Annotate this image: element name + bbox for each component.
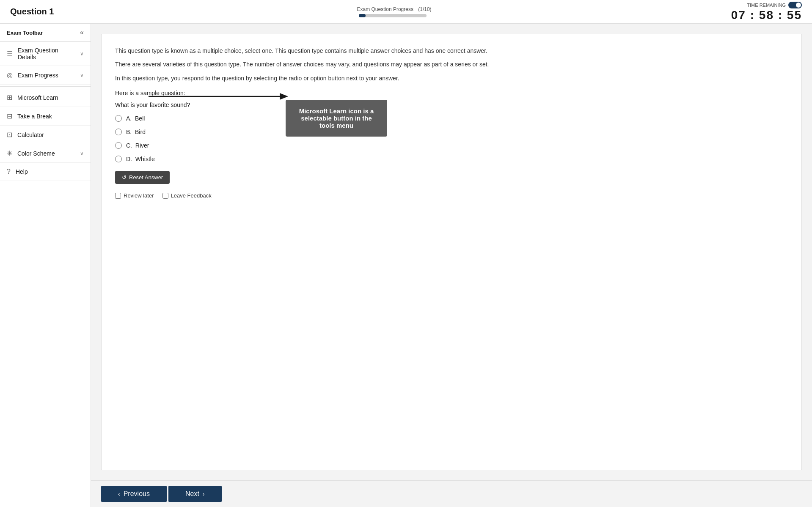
time-label: TIME REMAINING [747, 2, 802, 8]
sidebar-title: Exam Toolbar [7, 30, 43, 36]
description-3: In this question type, you respond to th… [115, 74, 788, 83]
content-wrapper: Microsoft Learn icon is a selectable but… [91, 24, 812, 507]
sidebar-item-label: Take a Break [17, 113, 52, 120]
take-a-break-icon: ⊟ [7, 112, 12, 120]
sidebar-item-label: Color Scheme [17, 150, 55, 157]
microsoft-learn-icon: ⊞ [7, 93, 12, 101]
progress-fill [359, 14, 366, 17]
radio-d[interactable] [115, 156, 122, 162]
main-layout: Exam Toolbar « ☰ Exam Question Details ∨… [0, 24, 812, 507]
sidebar-item-label: Exam Question Details [18, 47, 75, 60]
sidebar-header: Exam Toolbar « [0, 24, 91, 42]
sidebar-item-label: Help [16, 168, 28, 175]
option-b[interactable]: B. Bird [115, 129, 788, 135]
option-c-label: C. River [126, 142, 149, 149]
time-toggle[interactable] [788, 2, 802, 8]
leave-feedback-checkbox[interactable]: Leave Feedback [162, 192, 212, 199]
radio-c[interactable] [115, 142, 122, 149]
previous-button[interactable]: ‹ Previous [101, 486, 167, 502]
progress-track [359, 14, 427, 17]
bottom-nav: ‹ Previous Next › [91, 480, 812, 507]
right-arrow-icon: › [203, 491, 205, 497]
sidebar-item-microsoft-learn[interactable]: ⊞ Microsoft Learn [0, 88, 91, 107]
calculator-icon: ⊡ [7, 131, 12, 139]
sidebar-item-exam-question-details[interactable]: ☰ Exam Question Details ∨ [0, 42, 91, 66]
top-bar-right: TIME REMAINING 07 : 58 : 55 [731, 2, 802, 22]
option-c[interactable]: C. River [115, 142, 788, 149]
tooltip-arrow [149, 88, 288, 105]
exam-question-details-icon: ☰ [7, 50, 13, 58]
description-1: This question type is known as a multipl… [115, 46, 788, 55]
sidebar: Exam Toolbar « ☰ Exam Question Details ∨… [0, 24, 91, 507]
top-bar: Question 1 Exam Question Progress (1/10)… [0, 0, 812, 24]
leave-feedback-input[interactable] [162, 193, 168, 199]
review-later-checkbox[interactable]: Review later [115, 192, 154, 199]
option-a-label: A. Bell [126, 115, 145, 122]
question-title: Question 1 [10, 7, 54, 16]
reset-answer-button[interactable]: ↺ Reset Answer [115, 171, 170, 184]
option-b-label: B. Bird [126, 129, 146, 135]
options-list: A. Bell B. Bird C. River D. Whistle [115, 115, 788, 162]
description-2: There are several varieties of this ques… [115, 60, 788, 69]
sidebar-item-help[interactable]: ? Help [0, 163, 91, 181]
sidebar-collapse-button[interactable]: « [80, 29, 84, 36]
progress-label: Exam Question Progress (1/10) [354, 6, 432, 12]
sidebar-item-color-scheme[interactable]: ✳ Color Scheme ∨ [0, 144, 91, 163]
chevron-down-icon: ∨ [80, 51, 84, 57]
sidebar-item-take-a-break[interactable]: ⊟ Take a Break [0, 107, 91, 126]
left-arrow-icon: ‹ [118, 491, 120, 497]
sidebar-divider [0, 86, 91, 87]
next-button[interactable]: Next › [168, 486, 222, 502]
sidebar-item-label: Calculator [17, 132, 44, 138]
review-later-input[interactable] [115, 193, 121, 199]
sidebar-item-exam-progress[interactable]: ◎ Exam Progress ∨ [0, 66, 91, 85]
color-scheme-icon: ✳ [7, 149, 12, 157]
help-icon: ? [7, 168, 11, 175]
tooltip-box: Microsoft Learn icon is a selectable but… [286, 100, 387, 137]
top-bar-left: Question 1 [10, 7, 54, 16]
top-bar-center: Exam Question Progress (1/10) [354, 6, 432, 17]
exam-progress-icon: ◎ [7, 71, 13, 79]
chevron-down-icon: ∨ [80, 72, 84, 78]
sidebar-item-calculator[interactable]: ⊡ Calculator [0, 126, 91, 144]
option-d[interactable]: D. Whistle [115, 156, 788, 162]
reset-icon: ↺ [122, 174, 127, 181]
option-a[interactable]: A. Bell [115, 115, 788, 122]
radio-a[interactable] [115, 115, 122, 122]
svg-marker-1 [280, 93, 288, 100]
option-d-label: D. Whistle [126, 156, 155, 162]
chevron-down-icon: ∨ [80, 151, 84, 156]
leave-feedback-label: Leave Feedback [171, 192, 212, 199]
sidebar-item-label: Exam Progress [18, 72, 58, 79]
sidebar-item-label: Microsoft Learn [17, 94, 58, 101]
time-value: 07 : 58 : 55 [731, 8, 802, 22]
radio-b[interactable] [115, 129, 122, 135]
tooltip-text: Microsoft Learn icon is a selectable but… [299, 107, 374, 129]
review-later-label: Review later [124, 192, 154, 199]
checkbox-row: Review later Leave Feedback [115, 192, 788, 199]
